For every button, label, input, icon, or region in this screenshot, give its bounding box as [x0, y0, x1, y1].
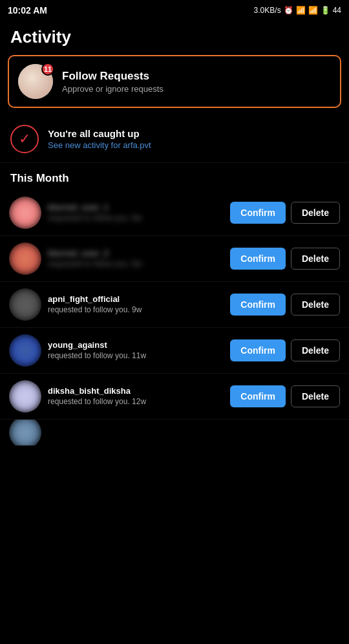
activity-info: apni_fight_officialrequested to follow y… [48, 294, 224, 316]
activity-actions: ConfirmDelete [230, 202, 340, 224]
delete-button[interactable]: Delete [291, 294, 340, 316]
activity-description: requested to follow you. 11w [48, 351, 224, 361]
activity-avatar [9, 288, 41, 321]
activity-info: diksha_bisht_diksharequested to follow y… [48, 386, 224, 407]
delete-button[interactable]: Delete [291, 248, 340, 270]
activity-item: blurred_user_2requested to follow you. 9… [0, 236, 349, 282]
activity-username: blurred_user_2 [48, 248, 224, 258]
page-title: Activity [10, 27, 339, 47]
partial-avatar [9, 420, 41, 445]
delete-button[interactable]: Delete [291, 202, 340, 224]
wifi-icon: 📶 [308, 6, 318, 15]
activity-actions: ConfirmDelete [230, 385, 340, 407]
activity-item: diksha_bisht_diksharequested to follow y… [0, 374, 349, 420]
page-header: Activity [0, 21, 349, 55]
activity-username: young_against [48, 340, 224, 350]
activity-avatar [9, 242, 41, 275]
follow-requests-avatar-wrap: 11 [18, 64, 53, 99]
activity-description: requested to follow you. 9w [48, 305, 224, 316]
follow-requests-badge: 11 [41, 63, 54, 76]
follow-requests-text: Follow Requests Approve or ignore reques… [62, 70, 164, 94]
caught-up-title: You're all caught up [48, 128, 151, 139]
network-speed: 3.0KB/s [254, 6, 281, 15]
battery-icon: 🔋 [321, 6, 330, 15]
follow-requests-subtitle: Approve or ignore requests [62, 84, 164, 94]
status-bar: 10:02 AM 3.0KB/s ⏰ 📶 📶 🔋 44 [0, 0, 349, 21]
avatar-image [9, 288, 41, 321]
caught-up-text: You're all caught up See new activity fo… [48, 128, 151, 150]
activity-actions: ConfirmDelete [230, 294, 340, 316]
activity-info: young_againstrequested to follow you. 11… [48, 340, 224, 361]
battery-level: 44 [333, 6, 341, 15]
caught-up-icon: ✓ [10, 125, 39, 153]
activity-actions: ConfirmDelete [230, 339, 340, 361]
confirm-button[interactable]: Confirm [230, 385, 286, 407]
activity-item: blurred_user_1requested to follow you. 8… [0, 190, 349, 236]
activity-item-partial [0, 420, 349, 445]
avatar-image [9, 380, 41, 413]
activity-avatar [9, 380, 41, 413]
confirm-button[interactable]: Confirm [230, 339, 286, 361]
activity-description: requested to follow you. 12w [48, 397, 224, 407]
signal-icon: 📶 [296, 6, 306, 15]
activity-avatar [9, 334, 41, 367]
this-month-label: This Month [0, 163, 349, 190]
activity-info: blurred_user_1requested to follow you. 8… [48, 202, 224, 224]
activity-description: requested to follow you. 8w [48, 213, 224, 224]
follow-requests-title: Follow Requests [62, 70, 164, 83]
avatar-image [9, 420, 41, 445]
delete-button[interactable]: Delete [291, 385, 340, 407]
confirm-button[interactable]: Confirm [230, 202, 286, 224]
checkmark-icon: ✓ [19, 131, 30, 147]
activity-actions: ConfirmDelete [230, 248, 340, 270]
delete-button[interactable]: Delete [291, 339, 340, 361]
caught-up-section: ✓ You're all caught up See new activity … [0, 116, 349, 163]
activity-info: blurred_user_2requested to follow you. 9… [48, 248, 224, 270]
caught-up-link[interactable]: See new activity for arfa.pvt [48, 140, 151, 150]
clock-icon: ⏰ [284, 6, 293, 15]
follow-requests-card[interactable]: 11 Follow Requests Approve or ignore req… [8, 55, 341, 108]
activity-item: young_againstrequested to follow you. 11… [0, 328, 349, 374]
activity-username: diksha_bisht_diksha [48, 386, 224, 396]
avatar-image [9, 242, 41, 275]
activity-avatar [9, 197, 41, 229]
activity-description: requested to follow you. 9w [48, 259, 224, 270]
activity-username: blurred_user_1 [48, 202, 224, 212]
activity-item: apni_fight_officialrequested to follow y… [0, 282, 349, 328]
confirm-button[interactable]: Confirm [230, 248, 286, 270]
status-time: 10:02 AM [8, 5, 47, 16]
avatar-image [9, 334, 41, 367]
activity-username: apni_fight_official [48, 294, 224, 304]
confirm-button[interactable]: Confirm [230, 294, 286, 316]
activity-list: blurred_user_1requested to follow you. 8… [0, 190, 349, 445]
status-right: 3.0KB/s ⏰ 📶 📶 🔋 44 [254, 6, 341, 15]
avatar-image [9, 197, 41, 229]
